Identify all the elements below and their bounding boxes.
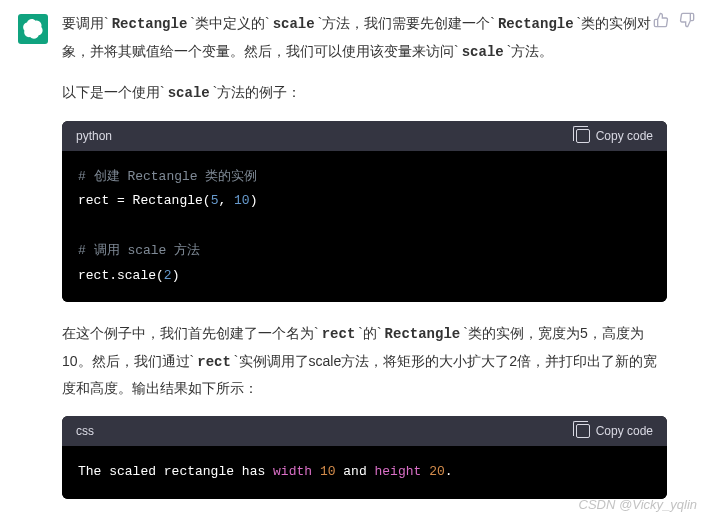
code-header: css Copy code [62,416,667,446]
inline-code: rect [194,353,234,371]
paragraph-1: 要调用`Rectangle`类中定义的`scale`方法，我们需要先创建一个`R… [62,10,667,65]
paragraph-2: 以下是一个使用`scale`方法的例子： [62,79,667,107]
code-content: The scaled rectangle has width 10 and he… [62,446,667,499]
inline-code: Rectangle [382,325,464,343]
code-block-css: css Copy code The scaled rectangle has w… [62,416,667,499]
copy-icon [576,424,590,438]
feedback-buttons [653,12,695,31]
inline-code: Rectangle [495,15,577,33]
inline-code: rect [319,325,359,343]
inline-code: scale [270,15,318,33]
copy-code-button[interactable]: Copy code [576,424,653,438]
code-block-python: python Copy code # 创建 Rectangle 类的实例 rec… [62,121,667,302]
assistant-avatar [18,14,48,44]
copy-icon [576,129,590,143]
copy-code-button[interactable]: Copy code [576,129,653,143]
inline-code: Rectangle [109,15,191,33]
code-content: # 创建 Rectangle 类的实例 rect = Rectangle(5, … [62,151,667,302]
code-lang-label: python [76,129,112,143]
inline-code: scale [165,84,213,102]
message-content: 要调用`Rectangle`类中定义的`scale`方法，我们需要先创建一个`R… [62,10,697,517]
thumbs-up-icon[interactable] [653,12,669,31]
thumbs-down-icon[interactable] [679,12,695,31]
code-lang-label: css [76,424,94,438]
message-row: 要调用`Rectangle`类中定义的`scale`方法，我们需要先创建一个`R… [0,0,715,518]
code-header: python Copy code [62,121,667,151]
inline-code: scale [459,43,507,61]
paragraph-3: 在这个例子中，我们首先创建了一个名为`rect`的`Rectangle`类的实例… [62,320,667,402]
